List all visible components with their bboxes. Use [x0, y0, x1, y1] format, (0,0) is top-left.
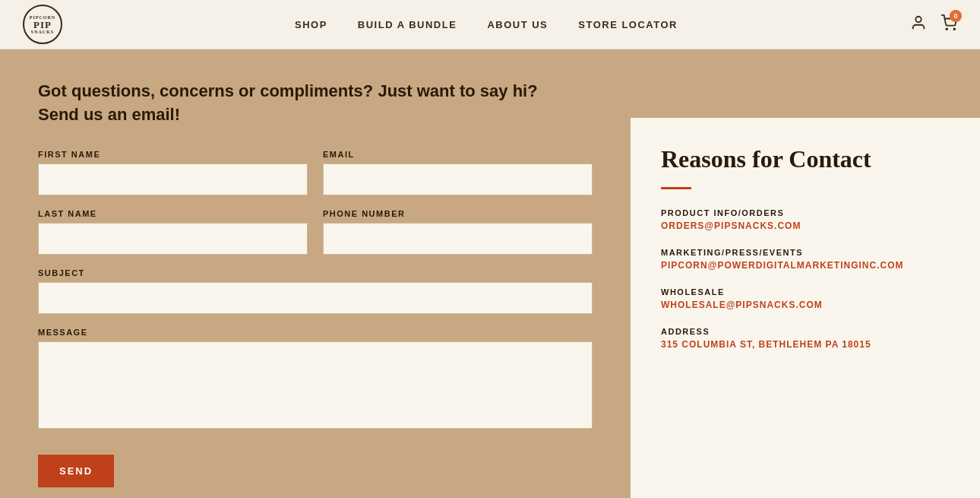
- orders-email-link[interactable]: ORDERS@PIPSNACKS.COM: [661, 220, 801, 231]
- phone-label: PHONE NUMBER: [323, 209, 593, 218]
- last-name-group: LAST NAME: [38, 209, 308, 255]
- contact-item-orders: PRODUCT INFO/ORDERS ORDERS@PIPSNACKS.COM: [661, 208, 950, 231]
- nav-build-bundle[interactable]: BUILD A BUNDLE: [358, 19, 457, 30]
- contact-label-orders: PRODUCT INFO/ORDERS: [661, 208, 950, 217]
- contact-label-wholesale: WHOLESALE: [661, 287, 950, 297]
- message-textarea[interactable]: [38, 341, 593, 429]
- email-label: EMAIL: [323, 150, 593, 159]
- contact-item-marketing: MARKETING/PRESS/EVENTS PIPCORN@POWERDIGI…: [661, 248, 950, 271]
- contact-label-marketing: MARKETING/PRESS/EVENTS: [661, 248, 950, 257]
- main-nav: SHOP BUILD A BUNDLE ABOUT US STORE LOCAT…: [295, 19, 678, 30]
- contact-value-orders[interactable]: ORDERS@PIPSNACKS.COM: [661, 220, 950, 231]
- site-header: PIPCORN PIP SNACKS SHOP BUILD A BUNDLE A…: [0, 0, 980, 49]
- contact-value-address: 315 COLUMBIA ST, BETHLEHEM PA 18015: [661, 339, 950, 350]
- last-name-input[interactable]: [38, 223, 308, 255]
- email-input[interactable]: [323, 163, 593, 195]
- contact-value-marketing[interactable]: PIPCORN@POWERDIGITALMARKETINGINC.COM: [661, 260, 950, 271]
- form-headline-line2: Send us an email!: [38, 105, 180, 124]
- svg-point-2: [953, 28, 955, 30]
- first-name-group: FIRST NAME: [38, 150, 308, 195]
- subject-group: SUBJECT: [38, 268, 593, 314]
- svg-point-0: [915, 16, 921, 21]
- form-row-4: MESSAGE: [38, 328, 593, 429]
- nav-about-us[interactable]: ABOUT US: [487, 19, 548, 30]
- logo-main-text: PIP: [33, 20, 52, 30]
- cart-badge: 0: [950, 10, 962, 22]
- logo-sub-text: SNACKS: [31, 30, 54, 34]
- contact-form: FIRST NAME EMAIL LAST NAME PHONE NUMBER: [38, 150, 593, 487]
- message-group: MESSAGE: [38, 328, 593, 429]
- account-button[interactable]: [910, 14, 927, 35]
- form-section: Got questions, concerns or compliments? …: [0, 49, 631, 498]
- contact-item-wholesale: WHOLESALE WHOLESALE@PIPSNACKS.COM: [661, 287, 950, 310]
- svg-point-1: [946, 28, 947, 30]
- form-row-2: LAST NAME PHONE NUMBER: [38, 209, 593, 255]
- email-group: EMAIL: [323, 150, 593, 195]
- contact-item-address: ADDRESS 315 COLUMBIA ST, BETHLEHEM PA 18…: [661, 327, 950, 350]
- phone-group: PHONE NUMBER: [323, 209, 593, 255]
- cart-button[interactable]: 0: [940, 14, 957, 35]
- last-name-label: LAST NAME: [38, 209, 308, 218]
- contact-top-bg: [631, 49, 980, 118]
- contact-section: Reasons for Contact PRODUCT INFO/ORDERS …: [631, 49, 980, 498]
- nav-shop[interactable]: SHOP: [295, 19, 327, 30]
- form-headline: Got questions, concerns or compliments? …: [38, 80, 570, 127]
- account-icon: [910, 14, 927, 31]
- contact-card: Reasons for Contact PRODUCT INFO/ORDERS …: [631, 118, 980, 498]
- wholesale-email-link[interactable]: WHOLESALE@PIPSNACKS.COM: [661, 300, 823, 310]
- form-headline-line1: Got questions, concerns or compliments? …: [38, 81, 538, 100]
- contact-value-wholesale[interactable]: WHOLESALE@PIPSNACKS.COM: [661, 300, 950, 310]
- contact-label-address: ADDRESS: [661, 327, 950, 336]
- message-label: MESSAGE: [38, 328, 593, 337]
- send-button[interactable]: SEND: [38, 455, 114, 487]
- subject-input[interactable]: [38, 282, 593, 314]
- header-icons: 0: [910, 14, 957, 35]
- form-row-1: FIRST NAME EMAIL: [38, 150, 593, 195]
- logo-circle: PIPCORN PIP SNACKS: [23, 5, 62, 44]
- logo[interactable]: PIPCORN PIP SNACKS: [23, 5, 62, 44]
- first-name-input[interactable]: [38, 163, 308, 195]
- first-name-label: FIRST NAME: [38, 150, 308, 159]
- marketing-email-link[interactable]: PIPCORN@POWERDIGITALMARKETINGINC.COM: [661, 260, 903, 271]
- contact-divider: [661, 187, 691, 189]
- contact-title: Reasons for Contact: [661, 144, 950, 173]
- nav-store-locator[interactable]: STORE LOCATOR: [578, 19, 678, 30]
- phone-input[interactable]: [323, 223, 593, 255]
- main-content: Got questions, concerns or compliments? …: [0, 49, 980, 498]
- form-row-3: SUBJECT: [38, 268, 593, 314]
- subject-label: SUBJECT: [38, 268, 593, 278]
